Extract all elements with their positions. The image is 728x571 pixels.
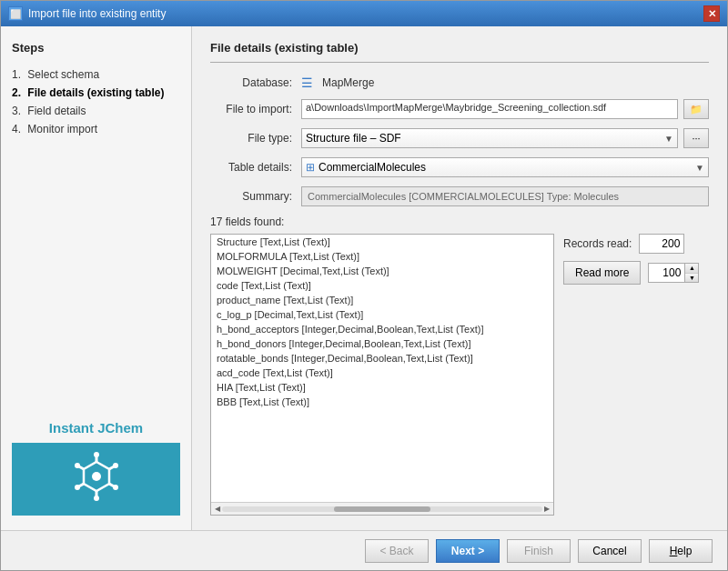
table-details-select[interactable]: ⊞ CommercialMolecules ▼ xyxy=(301,157,709,177)
table-details-row: Table details: ⊞ CommercialMolecules ▼ xyxy=(210,157,709,177)
summary-label: Summary: xyxy=(210,190,301,203)
svg-point-11 xyxy=(75,463,80,468)
list-item: h_bond_donors [Integer,Decimal,Boolean,T… xyxy=(211,336,553,351)
svg-point-8 xyxy=(94,496,99,501)
file-type-value: Structure file – SDF ▼ ··· xyxy=(301,128,709,148)
browse-button[interactable]: 📁 xyxy=(683,99,709,119)
content-area: Steps 1. Select schema 2. File details (… xyxy=(1,26,727,530)
database-row: Database: ☰ MapMerge xyxy=(210,75,709,90)
records-read-row: Records read: 200 xyxy=(563,234,709,254)
list-item: acd_code [Text,List (Text)] xyxy=(211,366,553,380)
summary-value: CommercialMolecules [COMMERCIALMOLECULES… xyxy=(301,186,709,206)
spinner-down-button[interactable]: ▼ xyxy=(685,274,698,283)
svg-point-12 xyxy=(75,485,80,490)
file-path-field[interactable]: a\Downloads\ImportMapMerge\Maybridge_Scr… xyxy=(301,99,678,119)
summary-field: CommercialMolecules [COMMERCIALMOLECULES… xyxy=(301,186,709,206)
scrollbar-track xyxy=(222,506,542,512)
step-2: 2. File details (existing table) xyxy=(12,84,180,102)
table-details-value: ⊞ CommercialMolecules ▼ xyxy=(301,157,709,177)
spinner-arrows: ▲ ▼ xyxy=(684,263,699,283)
spinner-input: 100 ▲ ▼ xyxy=(648,263,699,283)
sidebar: Steps 1. Select schema 2. File details (… xyxy=(1,26,192,530)
svg-point-13 xyxy=(92,472,101,481)
brand-label: Instant JChem xyxy=(49,420,143,436)
spinner-up-button[interactable]: ▲ xyxy=(685,264,698,274)
list-item: MOLFORMULA [Text,List (Text)] xyxy=(211,249,553,264)
list-item: HIA [Text,List (Text)] xyxy=(211,380,553,395)
table-name: CommercialMolecules xyxy=(318,161,426,174)
database-label: Database: xyxy=(210,76,301,89)
step-list: 1. Select schema 2. File details (existi… xyxy=(12,65,180,138)
spinner-value[interactable]: 100 xyxy=(648,263,684,283)
list-item: h_bond_acceptors [Integer,Decimal,Boolea… xyxy=(211,322,553,336)
cancel-button[interactable]: Cancel xyxy=(578,539,642,563)
fields-area: Structure [Text,List (Text)]MOLFORMULA [… xyxy=(210,234,709,516)
read-more-button[interactable]: Read more xyxy=(563,261,641,285)
finish-button[interactable]: Finish xyxy=(507,539,571,563)
step-4: 4. Monitor import xyxy=(12,120,180,138)
summary-row: Summary: CommercialMolecules [COMMERCIAL… xyxy=(210,186,709,206)
file-to-import-value: a\Downloads\ImportMapMerge\Maybridge_Scr… xyxy=(301,99,709,119)
list-item: MOLWEIGHT [Decimal,Text,List (Text)] xyxy=(211,264,553,278)
file-to-import-row: File to import: a\Downloads\ImportMapMer… xyxy=(210,99,709,119)
horizontal-scrollbar[interactable]: ◀ ▶ xyxy=(211,502,553,515)
scroll-left-icon[interactable]: ◀ xyxy=(213,503,222,515)
list-item: BBB [Text,List (Text)] xyxy=(211,395,553,409)
window-icon: ⬜ xyxy=(8,6,23,21)
more-options-button[interactable]: ··· xyxy=(683,128,709,148)
svg-point-9 xyxy=(113,463,118,468)
table-dropdown-arrow-icon: ▼ xyxy=(695,163,704,173)
table-details-label: Table details: xyxy=(210,161,301,174)
window-title: Import file into existing entity xyxy=(28,7,166,20)
fields-list-container: Structure [Text,List (Text)]MOLFORMULA [… xyxy=(210,234,554,516)
back-button[interactable]: < Back xyxy=(365,539,429,563)
list-item: Structure [Text,List (Text)] xyxy=(211,235,553,249)
footer: < Back Next > Finish Cancel Help xyxy=(1,530,727,570)
list-item: c_log_p [Decimal,Text,List (Text)] xyxy=(211,307,553,322)
panel-title: File details (existing table) xyxy=(210,41,709,63)
file-type-row: File type: Structure file – SDF ▼ ··· xyxy=(210,128,709,148)
main-window: ⬜ Import file into existing entity ✕ Ste… xyxy=(0,0,728,571)
close-button[interactable]: ✕ xyxy=(703,5,720,22)
svg-point-10 xyxy=(113,485,118,490)
file-to-import-label: File to import: xyxy=(210,103,301,115)
title-bar-left: ⬜ Import file into existing entity xyxy=(8,6,166,21)
scrollbar-thumb[interactable] xyxy=(334,506,430,512)
main-panel: File details (existing table) Database: … xyxy=(192,26,727,530)
title-bar: ⬜ Import file into existing entity ✕ xyxy=(1,1,727,26)
file-type-text: Structure file – SDF xyxy=(306,132,401,145)
step-1: 1. Select schema xyxy=(12,65,180,84)
list-item: product_name [Text,List (Text)] xyxy=(211,293,553,307)
list-item: rotatable_bonds [Integer,Decimal,Boolean… xyxy=(211,351,553,366)
logo-icon xyxy=(69,451,124,508)
help-button[interactable]: Help xyxy=(649,539,713,563)
fields-list[interactable]: Structure [Text,List (Text)]MOLFORMULA [… xyxy=(211,235,553,502)
step-3: 3. Field details xyxy=(12,102,180,120)
database-value: ☰ MapMerge xyxy=(301,75,709,90)
records-read-value: 200 xyxy=(639,234,684,254)
database-icon: ☰ xyxy=(301,75,313,90)
sidebar-bottom: Instant JChem xyxy=(12,420,180,516)
table-icon: ⊞ xyxy=(306,161,315,174)
records-read-label: Records read: xyxy=(563,237,632,250)
database-name: MapMerge xyxy=(322,76,374,89)
dropdown-arrow-icon: ▼ xyxy=(664,134,673,144)
scroll-right-icon[interactable]: ▶ xyxy=(542,503,551,515)
file-type-label: File type: xyxy=(210,132,301,145)
logo-box xyxy=(12,443,180,516)
list-item: code [Text,List (Text)] xyxy=(211,278,553,293)
sidebar-title: Steps xyxy=(12,41,180,55)
svg-point-7 xyxy=(94,452,99,457)
next-button[interactable]: Next > xyxy=(436,539,500,563)
file-type-select[interactable]: Structure file – SDF ▼ xyxy=(301,128,678,148)
right-panel: Records read: 200 Read more 100 ▲ ▼ xyxy=(563,234,709,516)
fields-found-label: 17 fields found: xyxy=(210,215,709,228)
